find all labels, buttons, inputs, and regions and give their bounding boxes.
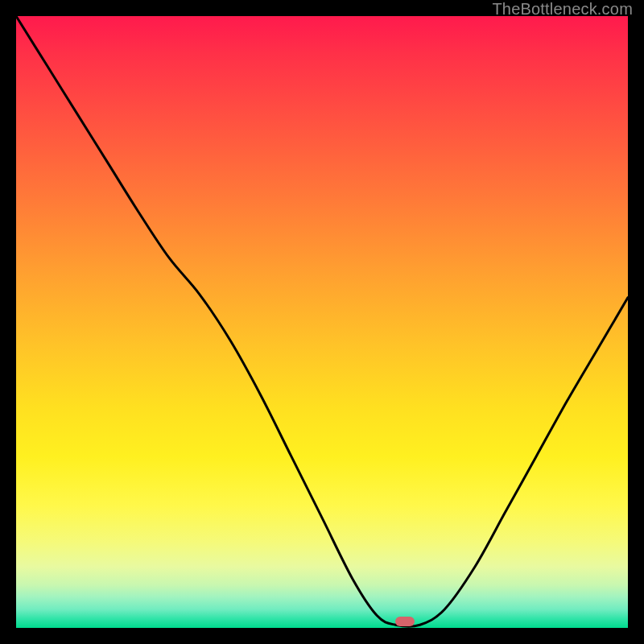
chart-container: TheBottleneck.com xyxy=(0,0,644,644)
bottleneck-curve xyxy=(16,16,628,628)
plot-area xyxy=(16,16,628,628)
optimal-marker xyxy=(395,617,415,626)
